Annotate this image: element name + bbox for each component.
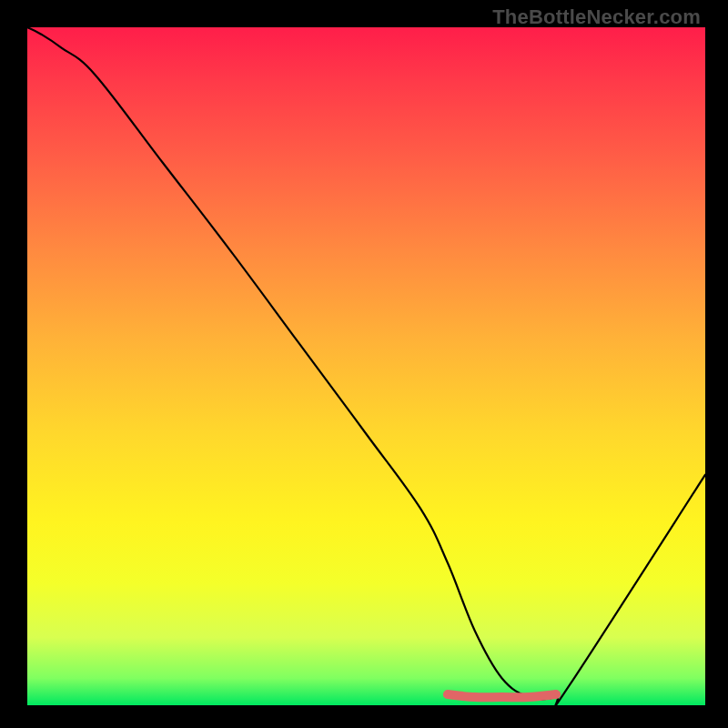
bottleneck-curve: [27, 27, 705, 705]
plot-area: [27, 27, 705, 705]
chart-container: TheBottleNecker.com: [0, 0, 728, 728]
curve-svg: [27, 27, 705, 705]
watermark-text: TheBottleNecker.com: [492, 5, 701, 29]
highlight-segment: [448, 694, 556, 697]
